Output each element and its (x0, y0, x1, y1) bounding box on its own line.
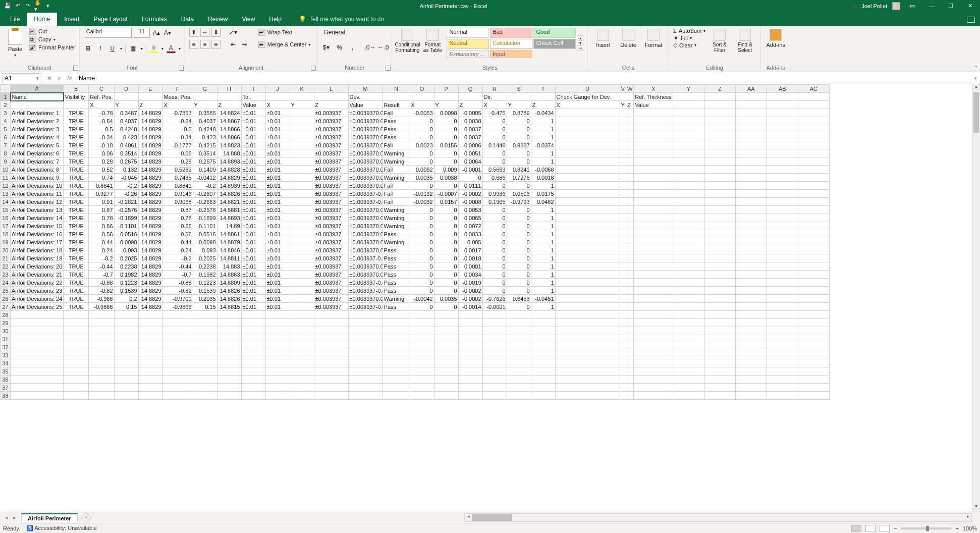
cell-AA22[interactable] (735, 262, 767, 271)
cell-I7[interactable]: ±0.01 (241, 141, 265, 149)
cell-O12[interactable]: 0 (410, 182, 434, 190)
cell-Y13[interactable] (673, 190, 704, 198)
cell-AA38[interactable] (735, 392, 767, 400)
cell-V13[interactable] (620, 190, 626, 198)
cell-A24[interactable]: Airfoil Deviations: 22 (11, 279, 64, 287)
comma-icon[interactable]: , (348, 43, 357, 52)
cell-C23[interactable]: -0.7 (89, 271, 114, 279)
style-check-cell[interactable]: Check Cell (533, 39, 576, 49)
cell-D34[interactable] (114, 359, 138, 367)
cell-J5[interactable]: ±0.01 (265, 125, 290, 133)
row-header-6[interactable]: 6 (1, 133, 11, 141)
cell-V6[interactable] (620, 133, 626, 141)
cell-J25[interactable]: ±0.01 (265, 287, 290, 295)
cell-C38[interactable] (89, 392, 114, 400)
cell-C24[interactable]: -0.88 (89, 279, 114, 287)
cell-O8[interactable]: 0 (410, 149, 434, 157)
cell-K7[interactable] (290, 141, 314, 149)
cell-Y8[interactable] (673, 149, 704, 157)
cell-P34[interactable] (434, 359, 458, 367)
cell-F9[interactable]: 0.28 (162, 157, 193, 166)
cell-K22[interactable] (290, 262, 314, 271)
number-format-combo[interactable]: General (321, 28, 374, 37)
cell-V29[interactable] (620, 319, 626, 327)
cell-AA17[interactable] (735, 222, 767, 230)
cell-D25[interactable]: 0.1539 (114, 287, 138, 295)
cell-AB9[interactable] (767, 157, 798, 166)
cell-H29[interactable] (217, 319, 241, 327)
cell-C37[interactable] (89, 384, 114, 392)
cell-F14[interactable]: 0.9068 (162, 198, 193, 206)
cell-A16[interactable]: Airfoil Deviations: 14 (11, 214, 64, 222)
col-header-I[interactable]: I (241, 85, 265, 93)
cell-A33[interactable] (11, 351, 64, 359)
cell-K3[interactable] (290, 109, 314, 117)
cell-V14[interactable] (620, 198, 626, 206)
cell-I24[interactable]: ±0.01 (241, 279, 265, 287)
cell-P21[interactable]: 0 (434, 254, 458, 262)
accessibility-status[interactable]: ♿ Accessibility: Unavailable (26, 525, 97, 531)
cell-N1[interactable] (383, 93, 410, 101)
cell-Y20[interactable] (673, 246, 704, 254)
cell-R4[interactable]: 0 (482, 117, 507, 125)
cell-AB12[interactable] (767, 182, 798, 190)
cell-B8[interactable]: TRUE (64, 149, 89, 157)
cell-H38[interactable] (217, 392, 241, 400)
cell-S13[interactable]: 0.0506 (507, 190, 531, 198)
cell-O35[interactable] (410, 367, 434, 376)
cell-O37[interactable] (410, 384, 434, 392)
zoom-in-icon[interactable]: + (955, 525, 958, 531)
cell-AA28[interactable] (735, 311, 767, 319)
cell-H34[interactable] (217, 359, 241, 367)
row-header-4[interactable]: 4 (1, 117, 11, 125)
cell-E22[interactable]: 14.8829 (138, 262, 162, 271)
cell-F28[interactable] (162, 311, 193, 319)
cell-J31[interactable] (265, 335, 290, 343)
cell-N9[interactable]: Warning (383, 157, 410, 166)
row-header-7[interactable]: 7 (1, 141, 11, 149)
cell-G12[interactable]: -0.2 (193, 182, 217, 190)
cell-C28[interactable] (89, 311, 114, 319)
cell-J4[interactable]: ±0.01 (265, 117, 290, 125)
cell-E6[interactable]: 14.8829 (138, 133, 162, 141)
cell-O22[interactable]: 0 (410, 262, 434, 271)
cell-S27[interactable]: 0 (507, 303, 531, 311)
chevron-down-icon[interactable]: ▾ (161, 46, 164, 51)
cell-B15[interactable]: TRUE (64, 206, 89, 214)
cell-R10[interactable]: 0.5663 (482, 166, 507, 174)
cell-O14[interactable]: -0.0032 (410, 198, 434, 206)
col-header-E[interactable]: E (138, 85, 162, 93)
cell-E21[interactable]: 14.8829 (138, 254, 162, 262)
cell-X32[interactable] (634, 343, 673, 351)
cell-AB36[interactable] (767, 376, 798, 384)
row-header-8[interactable]: 8 (1, 149, 11, 157)
cell-A11[interactable]: Airfoil Deviations: 9 (11, 174, 64, 182)
cell-W28[interactable] (626, 311, 633, 319)
cell-AC4[interactable] (798, 117, 829, 125)
cell-V5[interactable] (620, 125, 626, 133)
cell-R35[interactable] (482, 367, 507, 376)
row-header-9[interactable]: 9 (1, 157, 11, 166)
cell-T5[interactable]: 1 (531, 125, 555, 133)
cell-Y10[interactable] (673, 166, 704, 174)
cell-C1[interactable]: Ref. Pos. (89, 93, 114, 101)
chevron-down-icon[interactable]: ▾ (141, 46, 143, 51)
cell-C12[interactable]: 0.8841 (89, 182, 114, 190)
cell-R8[interactable]: 0 (482, 149, 507, 157)
cell-W14[interactable] (626, 198, 633, 206)
cell-A23[interactable]: Airfoil Deviations: 21 (11, 271, 64, 279)
cell-V3[interactable] (620, 109, 626, 117)
cell-V17[interactable] (620, 222, 626, 230)
cell-N5[interactable]: Pass (383, 125, 410, 133)
cell-AA30[interactable] (735, 327, 767, 335)
decrease-decimal-icon[interactable]: ←.0 (378, 43, 388, 52)
cell-Q34[interactable] (458, 359, 482, 367)
col-header-M[interactable]: M (348, 85, 383, 93)
cell-B24[interactable]: TRUE (64, 279, 89, 287)
cell-R31[interactable] (482, 335, 507, 343)
conditional-formatting-button[interactable]: Conditional Formatting (396, 28, 418, 53)
increase-indent-icon[interactable]: ⇥ (240, 40, 249, 49)
cell-P7[interactable]: 0.0155 (434, 141, 458, 149)
cell-Q35[interactable] (458, 367, 482, 376)
cell-R32[interactable] (482, 343, 507, 351)
